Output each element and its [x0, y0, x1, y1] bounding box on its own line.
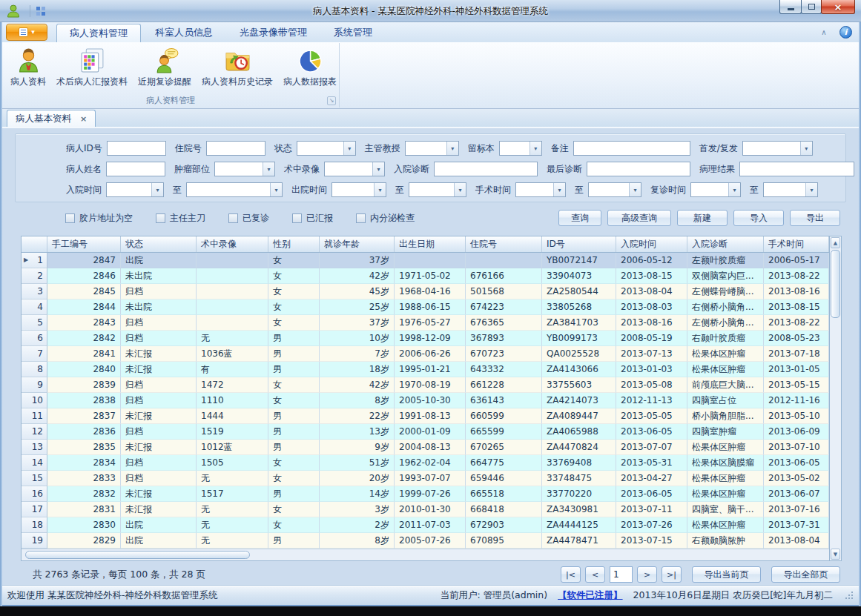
table-row-17[interactable]: 172831未汇报无女3岁2010-01-30668418ZA343098120…	[22, 502, 829, 517]
column-header-status[interactable]: 状态	[121, 236, 197, 252]
column-header-admission-time[interactable]: 入院时间	[616, 236, 687, 252]
column-header-gender[interactable]: 性别	[268, 236, 320, 252]
table-row-4[interactable]: 42844未出院女25岁1988-06-15674223338052682013…	[22, 299, 829, 315]
horizontal-scrollbar[interactable]	[22, 549, 829, 560]
advanced-query-button[interactable]: 高级查询	[607, 210, 671, 226]
column-header-manual-no[interactable]: 手工编号	[47, 236, 121, 252]
specimen-combo[interactable]: ▾	[499, 141, 542, 156]
chevron-down-icon[interactable]: ▾	[151, 183, 163, 196]
table-row-19[interactable]: 192829出院无男8岁2005-07-26670895ZA4478471201…	[22, 533, 829, 549]
scroll-down-icon[interactable]: ▼	[831, 549, 840, 560]
checkbox-box[interactable]	[156, 213, 165, 223]
patient-data-button[interactable]: 病人资料	[5, 44, 51, 90]
export-all-pages-button[interactable]: 导出全部页	[771, 566, 840, 583]
revisit-time-to-combo[interactable]: ▾	[763, 182, 818, 197]
remark-input[interactable]	[573, 141, 690, 156]
chevron-down-icon[interactable]: ▾	[270, 183, 282, 196]
patient-id-input[interactable]	[107, 141, 166, 156]
table-row-13[interactable]: 132835未汇报1012蓝男9岁2004-08-13670265ZA44708…	[22, 440, 829, 455]
hscroll-thumb[interactable]	[25, 551, 250, 559]
query-button[interactable]: 查询	[558, 210, 601, 226]
admission-time-from-combo[interactable]: ▾	[106, 182, 164, 197]
tumor-site-combo[interactable]: ▾	[214, 162, 275, 176]
table-row-14[interactable]: 142834归档1505女51岁1962-02-0466477533769408…	[22, 455, 829, 471]
export-button[interactable]: 导出	[790, 210, 840, 226]
first-page-button[interactable]: |<	[561, 566, 581, 583]
vscroll-track[interactable]	[830, 319, 841, 548]
revisit-time-from-combo[interactable]: ▾	[690, 182, 741, 197]
column-header-birth-date[interactable]: 出生日期	[395, 236, 466, 252]
table-row-1[interactable]: ▶12847出院女37岁YB00721472006-05-12左额叶胶质瘤200…	[22, 253, 829, 268]
chevron-down-icon[interactable]: ▾	[728, 183, 740, 196]
chevron-down-icon[interactable]: ▾	[629, 183, 641, 196]
pathology-result-input[interactable]	[739, 162, 854, 176]
final-diagnosis-input[interactable]	[587, 162, 690, 176]
patient-data-report-button[interactable]: 病人数据报表	[278, 44, 342, 90]
professor-combo[interactable]: ▾	[405, 141, 459, 156]
table-row-5[interactable]: 52843归档女37岁1976-05-27676365ZA38417032013…	[22, 315, 829, 331]
chevron-down-icon[interactable]: ▾	[805, 183, 817, 196]
first-or-recurrence-combo[interactable]: ▾	[742, 141, 813, 156]
titlebar[interactable]: 病人基本资料 - 某某医院神经外科-神经外科数据管理系统	[0, 0, 861, 22]
table-row-7[interactable]: 72841未汇报1036蓝男7岁2006-06-26670723QA002552…	[22, 346, 829, 362]
column-header-intraop-video[interactable]: 术中录像	[197, 236, 268, 252]
table-row-9[interactable]: 92839归档1472女42岁1970-08-19661228337556032…	[22, 377, 829, 393]
ribbon-tab-disc-video-tape-management[interactable]: 光盘录像带管理	[227, 24, 320, 42]
app-menu-button[interactable]: ▾	[6, 24, 47, 41]
table-row-15[interactable]: 152833归档无女20岁1993-07-0765944633748475201…	[22, 471, 829, 486]
reported-checkbox[interactable]: 已汇报	[292, 212, 333, 225]
maximize-button[interactable]	[801, 0, 822, 14]
status-combo[interactable]: ▾	[297, 141, 356, 156]
registered-link[interactable]: 【软件已注册】	[558, 589, 623, 602]
recent-revisit-reminder-button[interactable]: 近期复诊提醒	[133, 44, 197, 90]
intraop-video-combo[interactable]: ▾	[324, 162, 385, 176]
page-number-input[interactable]	[610, 566, 633, 583]
column-header-surgery-time[interactable]: 手术时间	[764, 236, 829, 252]
collapse-ribbon-icon[interactable]: ∧	[816, 27, 832, 39]
chevron-down-icon[interactable]: ▾	[343, 142, 355, 155]
checkbox-box[interactable]	[228, 213, 238, 223]
checkbox-box[interactable]	[356, 213, 366, 223]
prev-page-button[interactable]: <	[585, 566, 605, 583]
vscroll-thumb[interactable]	[831, 250, 840, 318]
ribbon-tab-department-staff-info[interactable]: 科室人员信息	[142, 24, 225, 42]
close-button[interactable]: ×	[821, 0, 855, 14]
minimize-button[interactable]	[779, 0, 802, 14]
postop-report-data-button[interactable]: 术后病人汇报资料	[51, 44, 133, 90]
import-button[interactable]: 导入	[733, 210, 784, 226]
patient-data-history-button[interactable]: 病人资料历史记录	[197, 44, 278, 90]
surgery-time-to-combo[interactable]: ▾	[588, 182, 641, 197]
chevron-down-icon[interactable]: ▾	[800, 142, 812, 155]
scroll-up-icon[interactable]: ▲	[831, 237, 840, 248]
admission-diagnosis-input[interactable]	[434, 162, 538, 176]
film-address-empty-checkbox[interactable]: 胶片地址为空	[65, 212, 133, 225]
ribbon-tab-patient-data-management[interactable]: 病人资料管理	[56, 24, 141, 42]
chevron-down-icon[interactable]: ▾	[530, 142, 541, 155]
discharge-time-from-combo[interactable]: ▾	[331, 182, 386, 197]
table-row-10[interactable]: 102838归档1110女8岁2005-10-30636143ZA4214073…	[22, 393, 829, 408]
chevron-down-icon[interactable]: ▾	[372, 162, 384, 176]
chevron-down-icon[interactable]: ▾	[263, 162, 274, 176]
column-header-admission-no[interactable]: 住院号	[466, 236, 542, 252]
chief-surgeon-checkbox[interactable]: 主任主刀	[156, 212, 205, 225]
chevron-down-icon[interactable]: ▾	[553, 183, 565, 196]
admission-no-input[interactable]	[206, 141, 265, 156]
chevron-down-icon[interactable]: ▾	[454, 183, 466, 196]
export-current-page-button[interactable]: 导出当前页	[692, 566, 761, 583]
discharge-time-to-combo[interactable]: ▾	[409, 182, 466, 197]
patient-name-input[interactable]	[106, 162, 165, 176]
column-header-id-no[interactable]: ID号	[542, 236, 616, 252]
table-row-18[interactable]: 182830出院无女2岁2011-07-03672903ZA4444125201…	[22, 517, 829, 533]
table-row-8[interactable]: 82840未汇报有男18岁1995-01-21643332ZA414306620…	[22, 362, 829, 377]
table-row-12[interactable]: 122836归档1519男13岁2000-01-09665599ZA406598…	[22, 424, 829, 440]
quick-access-icon[interactable]	[35, 5, 47, 17]
tab-patient-basic-info[interactable]: 病人基本资料 ×	[7, 110, 96, 127]
column-header-admission-diagnosis[interactable]: 入院诊断	[687, 236, 764, 252]
table-row-16[interactable]: 162832未汇报1517男14岁1999-07-266655183377022…	[22, 486, 829, 502]
tab-close-icon[interactable]: ×	[80, 114, 87, 124]
last-page-button[interactable]: >|	[662, 566, 682, 583]
table-row-2[interactable]: 22846未出院女42岁1971-05-02676166339040732013…	[22, 268, 829, 284]
chevron-down-icon[interactable]: ▾	[374, 183, 386, 196]
column-header-visit-age[interactable]: 就诊年龄	[320, 236, 395, 252]
ribbon-tab-system-management[interactable]: 系统管理	[321, 24, 385, 42]
